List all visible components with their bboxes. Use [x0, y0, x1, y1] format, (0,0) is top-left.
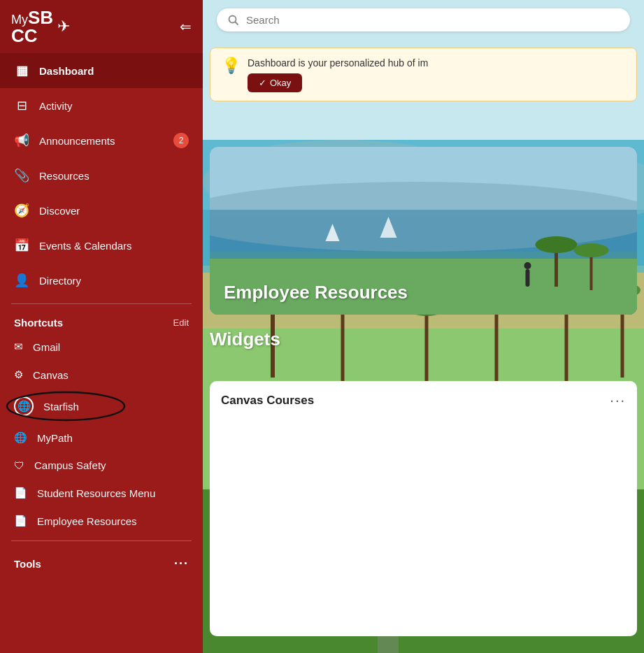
employee-resources-card[interactable]: Employee Resources: [210, 147, 637, 315]
canvas-courses-content: [221, 415, 626, 625]
sidebar-item-announcements-label: Announcements: [39, 135, 115, 147]
activity-icon: ⊟: [14, 98, 29, 113]
tooltip-banner: 💡 Dashboard is your personalized hub of …: [210, 48, 637, 101]
directory-icon: 👤: [14, 273, 29, 288]
shortcut-campus-safety-label: Campus Safety: [34, 459, 106, 471]
sidebar-item-discover[interactable]: 🧭 Discover: [0, 193, 203, 228]
sidebar: MySBCC ✈ ⇐ ▦ Dashboard ⊟ Activity 📢 Anno…: [0, 0, 203, 653]
logo-area: MySBCC ✈: [11, 8, 70, 45]
svg-point-40: [574, 243, 609, 257]
tooltip-text: Dashboard is your personalized hub of im: [248, 57, 428, 69]
main-content: 💡 Dashboard is your personalized hub of …: [203, 0, 644, 653]
logo-cc: CC: [11, 25, 38, 46]
sidebar-item-events[interactable]: 📅 Events & Calendars: [0, 228, 203, 263]
okay-button[interactable]: ✓ Okay: [248, 73, 302, 92]
nav-divider: [11, 303, 192, 304]
shortcut-gmail[interactable]: ✉ Gmail: [0, 333, 203, 361]
sidebar-item-resources[interactable]: 📎 Resources: [0, 158, 203, 193]
starfish-icon: 🌐: [14, 396, 34, 416]
search-input[interactable]: [246, 14, 619, 26]
sidebar-item-dashboard-label: Dashboard: [39, 65, 94, 77]
gmail-icon: ✉: [14, 340, 23, 353]
okay-button-label: Okay: [270, 78, 291, 88]
sidebar-item-activity-label: Activity: [39, 100, 73, 112]
sidebar-item-directory[interactable]: 👤 Directory: [0, 263, 203, 298]
tools-label: Tools: [14, 558, 41, 570]
back-arrow-icon[interactable]: ⇐: [180, 18, 192, 35]
tools-more-button[interactable]: ···: [174, 557, 189, 571]
canvas-courses-title: Canvas Courses: [221, 394, 314, 408]
logo-text: MySBCC: [11, 8, 53, 45]
widgets-section-label: Widgets: [210, 329, 280, 350]
sidebar-item-directory-label: Directory: [39, 275, 81, 287]
svg-point-42: [524, 262, 531, 269]
shortcut-canvas-label: Canvas: [33, 369, 69, 381]
shortcut-employee-resources[interactable]: 📄 Employee Resources: [0, 507, 203, 535]
shortcut-mypath[interactable]: 🌐 MyPath: [0, 424, 203, 452]
nav-menu: ▦ Dashboard ⊟ Activity 📢 Announcements 2…: [0, 53, 203, 298]
tip-lightbulb-icon: 💡: [222, 57, 241, 75]
resources-icon: 📎: [14, 168, 29, 183]
sidebar-item-dashboard[interactable]: ▦ Dashboard: [0, 53, 203, 88]
sidebar-item-resources-label: Resources: [39, 170, 90, 182]
shortcut-canvas[interactable]: ⚙ Canvas: [0, 361, 203, 389]
logo-my: My: [11, 13, 28, 27]
canvas-icon: ⚙: [14, 368, 23, 381]
employee-resources-shortcut-icon: 📄: [14, 515, 27, 527]
shortcut-employee-resources-label: Employee Resources: [37, 515, 137, 527]
sidebar-item-announcements[interactable]: 📢 Announcements 2: [0, 123, 203, 158]
sidebar-item-events-label: Events & Calendars: [39, 240, 132, 252]
shortcut-mypath-label: MyPath: [37, 432, 73, 444]
employee-resources-card-label: Employee Resources: [210, 271, 422, 315]
shortcut-starfish-label: Starfish: [43, 401, 79, 412]
shortcuts-label: Shortcuts: [14, 317, 63, 329]
shortcut-gmail-label: Gmail: [33, 341, 60, 353]
canvas-courses-header: Canvas Courses ···: [221, 392, 626, 408]
events-icon: 📅: [14, 238, 29, 253]
shortcuts-divider: [11, 540, 192, 541]
discover-icon: 🧭: [14, 203, 29, 218]
shortcuts-edit-button[interactable]: Edit: [173, 317, 189, 328]
mypath-icon: 🌐: [14, 431, 27, 444]
logo-plane-icon: ✈: [57, 17, 70, 36]
canvas-courses-widget: Canvas Courses ···: [210, 381, 637, 636]
shortcut-student-resources[interactable]: 📄 Student Resources Menu: [0, 479, 203, 507]
shortcut-student-resources-label: Student Resources Menu: [37, 487, 155, 499]
top-overlay: [203, 0, 644, 40]
search-bar[interactable]: [217, 8, 630, 31]
svg-point-38: [536, 236, 578, 253]
tools-section-header: Tools ···: [0, 547, 203, 575]
announcements-icon: 📢: [14, 133, 29, 148]
student-resources-icon: 📄: [14, 487, 27, 499]
shortcuts-list: ✉ Gmail ⚙ Canvas 🌐 Starfish 🌐 MyPath 🛡 C…: [0, 333, 203, 535]
campus-safety-icon: 🛡: [14, 459, 24, 471]
sidebar-item-activity[interactable]: ⊟ Activity: [0, 88, 203, 123]
search-icon: [228, 15, 239, 26]
shortcut-starfish[interactable]: 🌐 Starfish: [0, 389, 203, 424]
sidebar-item-discover-label: Discover: [39, 205, 80, 217]
svg-line-28: [236, 22, 238, 24]
svg-rect-41: [526, 269, 530, 287]
sidebar-header: MySBCC ✈ ⇐: [0, 0, 203, 53]
dashboard-icon: ▦: [14, 63, 29, 78]
shortcut-campus-safety[interactable]: 🛡 Campus Safety: [0, 452, 203, 479]
okay-check-icon: ✓: [259, 78, 266, 88]
canvas-courses-menu-button[interactable]: ···: [610, 392, 626, 408]
announcements-badge: 2: [173, 133, 189, 148]
shortcuts-section-header: Shortcuts Edit: [0, 310, 203, 333]
